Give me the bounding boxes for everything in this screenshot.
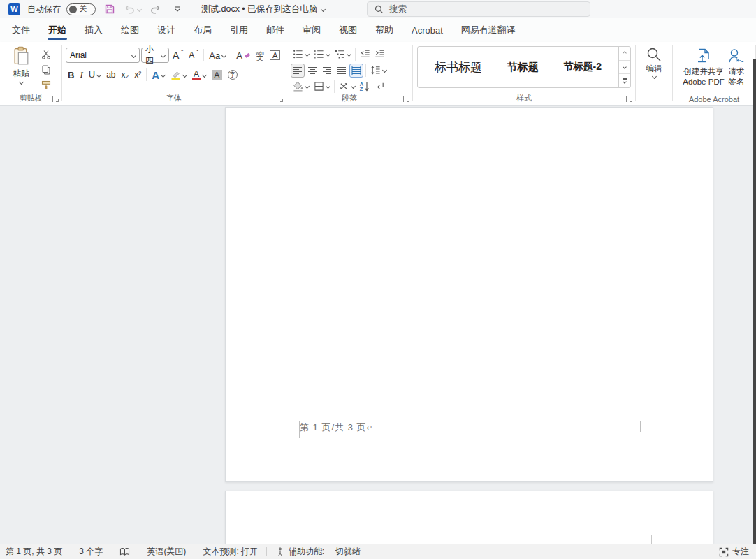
editing-label: 编辑 (646, 64, 662, 73)
tab-view[interactable]: 视图 (330, 18, 366, 42)
font-size-select[interactable]: 小四 (141, 48, 169, 63)
copy-button[interactable] (39, 63, 53, 77)
character-border-button[interactable]: A (268, 48, 282, 63)
asian-layout-button[interactable] (337, 79, 357, 94)
phonetic-guide-button[interactable]: wén 文 (254, 48, 266, 63)
bullet-list-icon (293, 49, 303, 59)
distribute-text-button[interactable] (349, 64, 363, 78)
word-count-status[interactable]: 3 个字 (71, 544, 111, 559)
style-scroll-down-button[interactable] (619, 61, 630, 75)
chevron-down-icon (351, 84, 356, 89)
page-footer-field[interactable]: 第 1 页/共 3 页↵ (300, 421, 374, 434)
font-color-bar (192, 78, 201, 80)
underline-button[interactable]: U (87, 67, 103, 82)
clear-formatting-button[interactable]: A (234, 48, 252, 63)
page-2[interactable] (225, 491, 713, 544)
tab-acrobat[interactable]: Acrobat (402, 18, 452, 42)
style-bid-title[interactable]: 标书标题 (435, 59, 482, 75)
undo-button[interactable] (124, 1, 141, 17)
subscript-button[interactable]: x₂ (119, 67, 131, 82)
autosave-state: 关 (80, 4, 87, 14)
numbered-list-icon (314, 49, 324, 59)
search-input[interactable]: 搜索 (367, 1, 590, 17)
autosave-toggle[interactable]: 关 (66, 3, 96, 15)
tab-draw[interactable]: 绘图 (112, 18, 148, 42)
show-hide-marks-button[interactable] (372, 80, 386, 94)
signature-person-icon (727, 48, 746, 66)
multilevel-list-button[interactable] (333, 47, 353, 62)
style-section-title-2[interactable]: 节标题-2 (564, 61, 602, 73)
tab-help[interactable]: 帮助 (366, 18, 402, 42)
enclose-characters-button[interactable]: 字 (226, 67, 240, 82)
text-effects-button[interactable]: A (150, 67, 167, 82)
font-color-button[interactable]: A (190, 67, 208, 82)
styles-dialog-launcher[interactable] (626, 96, 632, 102)
undo-icon (124, 3, 136, 15)
chevron-down-icon (651, 74, 656, 79)
document-title[interactable]: 测试.docx • 已保存到这台电脑 (201, 3, 325, 15)
tab-home[interactable]: 开始 (39, 18, 75, 42)
cut-button[interactable] (39, 48, 53, 61)
align-left-button[interactable] (291, 64, 305, 78)
focus-mode-button[interactable]: 专注 (719, 546, 750, 558)
borders-button[interactable] (312, 79, 332, 94)
customize-quick-access-button[interactable] (169, 1, 186, 17)
shrink-font-button[interactable]: Aˇ (187, 48, 201, 63)
tab-youdao-translate[interactable]: 网易有道翻译 (452, 18, 525, 42)
text-prediction-status[interactable]: 文本预测: 打开 (194, 544, 266, 559)
accessibility-person-icon (275, 547, 285, 557)
justify-icon (337, 66, 347, 75)
numbering-button[interactable] (312, 47, 332, 62)
change-case-button[interactable]: Aa (207, 48, 228, 63)
shading-bucket-icon (293, 81, 303, 92)
asian-layout-icon (339, 81, 349, 92)
strikethrough-button[interactable]: ab (104, 67, 117, 82)
increase-indent-button[interactable] (372, 48, 386, 61)
decrease-indent-button[interactable] (358, 48, 372, 61)
font-name-select[interactable]: Arial (66, 48, 140, 63)
proofing-status[interactable] (111, 544, 138, 559)
align-center-button[interactable] (305, 64, 319, 78)
shading-button[interactable] (291, 79, 311, 94)
tab-review[interactable]: 审阅 (293, 18, 330, 42)
bullets-button[interactable] (291, 47, 311, 62)
tab-file[interactable]: 文件 (3, 18, 39, 42)
grow-font-button[interactable]: Aˆ (170, 48, 185, 63)
paragraph-dialog-launcher[interactable] (403, 96, 409, 102)
bold-button[interactable]: B (66, 67, 76, 82)
paste-icon (12, 46, 31, 67)
tab-references[interactable]: 引用 (221, 18, 257, 42)
save-button[interactable] (101, 1, 118, 17)
page-1[interactable]: 第 1 页/共 3 页↵ (225, 107, 713, 482)
format-painter-button[interactable] (39, 78, 53, 92)
chevron-down-icon (326, 84, 330, 89)
font-dialog-launcher[interactable] (277, 96, 283, 102)
style-gallery-more-button[interactable] (619, 74, 630, 87)
style-scroll-up-button[interactable] (619, 47, 630, 61)
highlight-color-button[interactable] (168, 67, 189, 82)
paste-label: 粘贴 (13, 68, 29, 80)
paragraph-return-mark: ↵ (367, 423, 374, 432)
footer-boundary-mark-left (284, 421, 300, 438)
redo-button[interactable] (147, 1, 163, 17)
margin-tick-right (651, 535, 652, 544)
tab-design[interactable]: 设计 (148, 18, 184, 42)
tab-layout[interactable]: 布局 (184, 18, 221, 42)
character-shading-button[interactable]: A (210, 67, 224, 82)
tab-insert[interactable]: 插入 (75, 18, 112, 42)
language-status[interactable]: 英语(美国) (138, 544, 194, 559)
align-right-icon (322, 66, 332, 75)
clipboard-dialog-launcher[interactable] (52, 96, 59, 102)
page-number-status[interactable]: 第 1 页, 共 3 页 (6, 544, 71, 559)
line-spacing-button[interactable] (368, 63, 388, 78)
italic-button[interactable]: I (78, 67, 85, 82)
editing-group[interactable]: 编辑 (636, 42, 672, 105)
align-right-button[interactable] (320, 64, 334, 78)
accessibility-status[interactable]: 辅助功能: 一切就绪 (267, 544, 369, 559)
style-section-title[interactable]: 节标题 (507, 61, 539, 74)
sort-button[interactable]: A Z (358, 80, 372, 94)
justify-button[interactable] (335, 64, 349, 78)
superscript-button[interactable]: x² (132, 67, 143, 82)
tab-mailings[interactable]: 邮件 (257, 18, 293, 42)
chevron-down-icon (326, 52, 330, 57)
